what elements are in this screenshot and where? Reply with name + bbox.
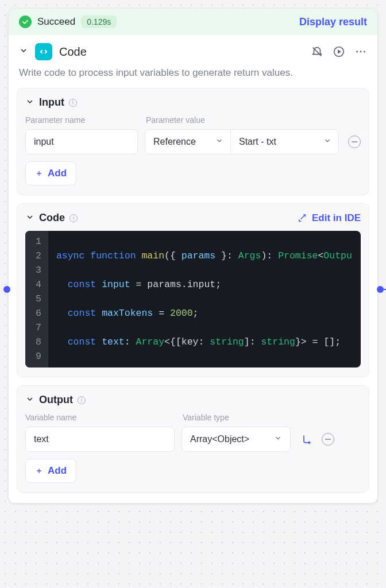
run-icon[interactable]	[333, 45, 345, 58]
node-card: Succeed 0.129s Display result Code Write…	[8, 8, 378, 504]
code-section-title: Code	[39, 212, 65, 224]
output-section-title: Output	[39, 394, 73, 406]
input-row: input Reference Start - txt	[25, 129, 361, 154]
display-result-link[interactable]: Display result	[299, 16, 367, 28]
output-collapse-toggle[interactable]	[25, 394, 34, 406]
add-input-button[interactable]: Add	[25, 161, 76, 185]
code-body[interactable]: async function main({ params }: Args): P…	[48, 231, 361, 368]
chevron-down-icon	[274, 434, 282, 444]
status-time: 0.129s	[81, 16, 117, 28]
param-mode-select[interactable]: Reference	[145, 129, 231, 154]
code-section: Code i Edit in IDE 1 2 3 4 5 6 7 8 9 asy…	[17, 203, 369, 377]
add-output-label: Add	[48, 465, 67, 477]
svg-point-4	[360, 51, 362, 53]
var-type-label: Variable type	[183, 413, 229, 422]
output-row: text Array<Object>	[25, 427, 361, 452]
var-type-select[interactable]: Array<Object>	[182, 427, 291, 452]
info-icon[interactable]: i	[69, 99, 77, 107]
svg-point-3	[356, 51, 358, 53]
remove-row-button[interactable]	[348, 136, 361, 148]
node-description: Write code to process input variables to…	[9, 64, 377, 88]
svg-marker-2	[338, 49, 341, 53]
input-section: Input i Parameter name Parameter value i…	[17, 88, 369, 195]
var-type-value: Array<Object>	[190, 434, 249, 444]
chevron-down-icon	[323, 137, 331, 147]
var-name-field[interactable]: text	[25, 427, 175, 452]
edge-line	[380, 289, 386, 290]
add-child-button[interactable]	[301, 434, 312, 445]
node-title: Code	[59, 45, 87, 59]
bell-off-icon[interactable]	[311, 45, 323, 58]
collapse-toggle[interactable]	[19, 46, 28, 57]
success-icon	[19, 16, 32, 28]
svg-point-5	[364, 51, 365, 53]
code-icon	[35, 43, 52, 60]
code-gutter: 1 2 3 4 5 6 7 8 9	[25, 231, 48, 368]
input-collapse-toggle[interactable]	[25, 97, 34, 109]
remove-output-button[interactable]	[322, 433, 334, 446]
param-ref-select[interactable]: Start - txt	[231, 129, 339, 154]
info-icon[interactable]: i	[70, 214, 78, 222]
add-output-button[interactable]: Add	[25, 459, 76, 483]
more-icon[interactable]	[354, 45, 367, 58]
code-collapse-toggle[interactable]	[25, 212, 34, 224]
edit-in-ide-button[interactable]: Edit in IDE	[298, 212, 361, 224]
header: Code	[9, 35, 377, 64]
info-icon[interactable]: i	[78, 396, 86, 404]
param-name-label: Parameter name	[25, 115, 138, 125]
add-input-label: Add	[48, 168, 67, 179]
output-section: Output i Variable name Variable type tex…	[17, 385, 369, 493]
var-name-label: Variable name	[25, 413, 175, 422]
param-name-field[interactable]: input	[25, 129, 138, 154]
input-section-title: Input	[39, 96, 64, 109]
param-value-label: Parameter value	[146, 115, 205, 125]
param-ref-value: Start - txt	[239, 137, 276, 147]
param-mode-value: Reference	[153, 137, 196, 147]
chevron-down-icon	[215, 137, 223, 147]
edit-in-ide-label: Edit in IDE	[312, 212, 361, 224]
status-bar: Succeed 0.129s Display result	[9, 9, 377, 35]
status-label: Succeed	[37, 16, 75, 28]
input-port[interactable]	[3, 286, 10, 293]
code-editor[interactable]: 1 2 3 4 5 6 7 8 9 async function main({ …	[25, 231, 361, 368]
